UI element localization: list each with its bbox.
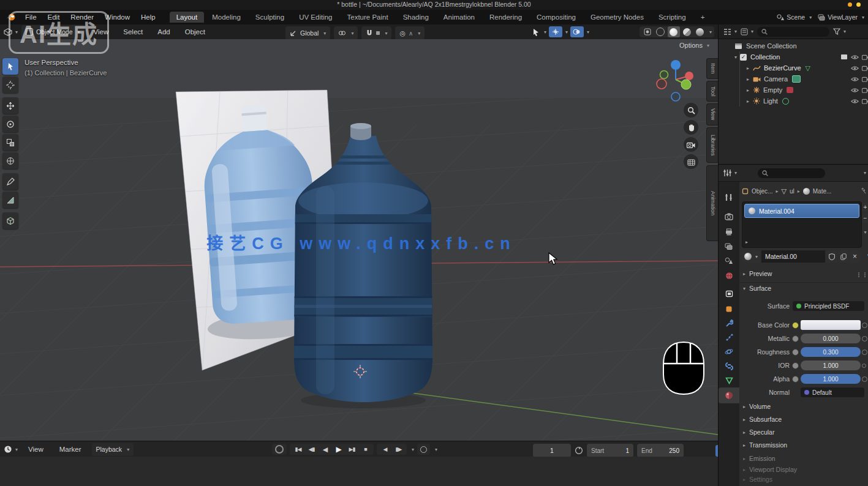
chevron-down-icon[interactable]: ▾: [587, 29, 589, 35]
tool-move[interactable]: [2, 97, 18, 114]
material-browse-button[interactable]: ▾: [742, 250, 760, 263]
expand-icon[interactable]: ▸: [747, 99, 749, 104]
outliner-display-mode[interactable]: ▾: [741, 28, 753, 36]
overlays-toggle[interactable]: [570, 26, 584, 37]
frame-start-field[interactable]: Start 1: [587, 444, 633, 457]
viewport-3d[interactable]: User Perspective (1) Collection | Bezier…: [0, 39, 718, 441]
editor-type-properties-icon[interactable]: ▾: [723, 169, 737, 177]
disable-render-camera-icon[interactable]: [862, 87, 868, 93]
hide-eye-icon[interactable]: [851, 65, 859, 71]
breadcrumb-object[interactable]: Objec...: [752, 188, 772, 195]
workspace-tab-geometry-nodes[interactable]: Geometry Nodes: [584, 12, 651, 23]
chevron-down-icon[interactable]: ▾: [435, 447, 437, 452]
expand-icon[interactable]: ▸: [747, 77, 749, 82]
shading-wireframe-button[interactable]: [655, 26, 666, 37]
tool-transform[interactable]: [2, 152, 18, 169]
pivot-point-selector[interactable]: ▾: [334, 26, 358, 40]
xray-toggle[interactable]: [642, 26, 653, 37]
expand-icon[interactable]: ▾: [734, 54, 737, 60]
outliner-row-collection[interactable]: ▾ ✓ Collection: [719, 51, 868, 62]
workspace-tab-layout[interactable]: Layout: [170, 12, 205, 23]
editor-type-timeline-icon[interactable]: ▾: [4, 445, 18, 454]
gizmo-axis-x-pos[interactable]: [685, 72, 693, 80]
properties-search-input[interactable]: [758, 168, 825, 178]
ior-slider[interactable]: 1.000: [801, 361, 861, 370]
play-reverse-button[interactable]: ◀: [319, 444, 331, 455]
tab-collection[interactable]: [719, 286, 739, 302]
disable-render-camera-icon[interactable]: [862, 98, 868, 104]
view-layer-selector[interactable]: ViewLayer ▾: [818, 13, 864, 21]
prev-keyframe-button[interactable]: ◀▮: [305, 444, 318, 455]
zoom-button[interactable]: [684, 103, 698, 118]
record-button[interactable]: [272, 444, 287, 455]
workspace-tab-sculpting[interactable]: Sculpting: [249, 12, 291, 23]
metallic-slider[interactable]: 0.000: [801, 334, 861, 343]
fake-user-button[interactable]: [826, 250, 837, 263]
base-color-swatch[interactable]: [801, 320, 861, 330]
outliner-row-beziercurve[interactable]: ▸ BezierCurve ▽: [719, 62, 868, 73]
gizmos-toggle[interactable]: [549, 26, 562, 37]
shading-material-preview-button[interactable]: [682, 26, 693, 37]
tool-rotate[interactable]: [2, 116, 18, 132]
window-control-dot-1[interactable]: [848, 2, 852, 7]
timeline-track-area[interactable]: [0, 457, 718, 486]
tool-cursor[interactable]: [2, 77, 18, 93]
tab-world[interactable]: [719, 267, 739, 283]
panel-settings-header[interactable]: ▸ Settings: [743, 476, 772, 483]
disable-render-camera-icon[interactable]: [862, 65, 868, 71]
panel-viewport-display-header[interactable]: ▸ Viewport Display: [743, 466, 797, 473]
tool-scale[interactable]: [2, 134, 18, 151]
normal-field[interactable]: Default: [801, 387, 864, 397]
sidebar-tab-tool[interactable]: Tool: [706, 81, 718, 102]
outliner-search-input[interactable]: [757, 27, 829, 37]
disable-render-camera-icon[interactable]: [862, 76, 868, 82]
expand-icon[interactable]: ▸: [747, 88, 749, 93]
tab-output[interactable]: [719, 224, 739, 240]
playback-menu[interactable]: Playback ▾: [92, 443, 134, 456]
outliner-row-camera[interactable]: ▸ Camera: [719, 73, 868, 84]
outliner-row-scene-collection[interactable]: Scene Collection: [719, 40, 868, 51]
show-object-types-selector[interactable]: ▾: [532, 28, 546, 36]
navigation-gizmo[interactable]: [655, 56, 698, 105]
animate-decorator[interactable]: [862, 336, 867, 342]
tool-annotate[interactable]: [2, 173, 18, 190]
gizmo-axis-z-pos[interactable]: [671, 60, 681, 70]
scene-selector[interactable]: Scene ▾: [777, 13, 812, 21]
viewport-menu-add[interactable]: Add: [152, 28, 175, 36]
jump-to-end-button[interactable]: ■: [359, 444, 372, 455]
panel-preview-header[interactable]: ▸ Preview: [743, 270, 772, 277]
add-workspace-button[interactable]: +: [694, 12, 712, 23]
camera-view-button[interactable]: [684, 137, 698, 152]
pin-icon[interactable]: [859, 187, 867, 195]
gizmo-axis-x-neg[interactable]: [657, 79, 666, 89]
tool-measure[interactable]: [2, 192, 18, 208]
next-keyframe-button[interactable]: ▶▮: [345, 444, 358, 455]
sidebar-tab-animation[interactable]: Animation: [706, 165, 718, 241]
workspace-tab-modeling[interactable]: Modeling: [205, 12, 247, 23]
snapping-group[interactable]: ▾: [361, 26, 391, 40]
workspace-tab-shading[interactable]: Shading: [396, 12, 436, 23]
panel-surface-header[interactable]: ▾ Surface: [743, 285, 771, 292]
panel-transmission-header[interactable]: ▸ Transmission: [743, 441, 787, 449]
current-frame-field[interactable]: 1: [533, 444, 571, 457]
chevron-down-icon[interactable]: ▾: [864, 170, 866, 176]
alpha-slider[interactable]: 1.000: [801, 374, 861, 384]
menu-help[interactable]: Help: [135, 13, 161, 21]
outliner-row-empty[interactable]: ▸ Empty: [719, 84, 868, 95]
slot-remove-button[interactable]: −: [862, 214, 868, 223]
viewport-menu-select[interactable]: Select: [118, 28, 148, 36]
window-control-dot-2[interactable]: [856, 2, 861, 7]
tab-render[interactable]: [719, 209, 739, 225]
gizmo-axis-z-neg[interactable]: [671, 92, 680, 101]
slot-specials-button[interactable]: ▾: [862, 228, 868, 236]
proportional-editing-group[interactable]: ◎ ∧ ▾: [395, 26, 425, 40]
tool-select-box[interactable]: [2, 58, 18, 75]
breadcrumb-data[interactable]: ul: [790, 188, 794, 195]
chevron-down-icon[interactable]: ▾: [709, 29, 712, 35]
panel-specular-header[interactable]: ▸ Specular: [743, 428, 774, 436]
frame-end-field[interactable]: End 250: [637, 444, 684, 457]
animate-decorator[interactable]: [862, 376, 867, 382]
surface-node-field[interactable]: Principled BSDF: [793, 301, 864, 311]
pan-button[interactable]: [684, 120, 698, 135]
slot-add-button[interactable]: +: [862, 203, 868, 212]
